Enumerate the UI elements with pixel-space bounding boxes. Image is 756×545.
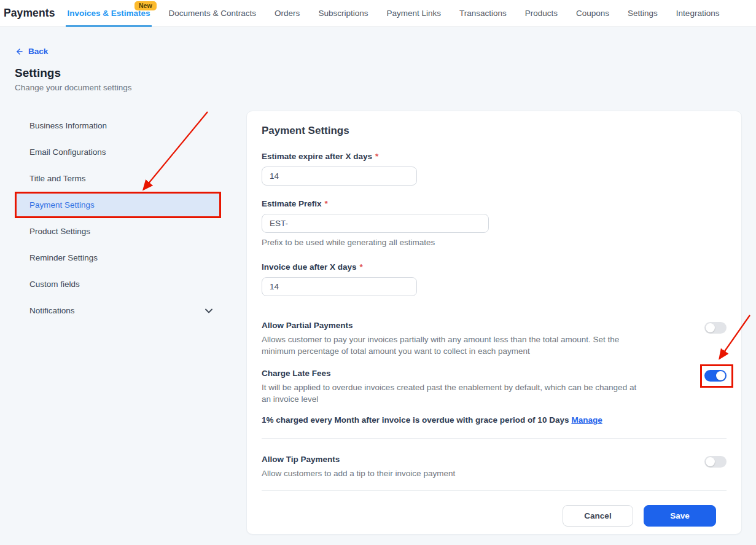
- divider: [262, 438, 727, 439]
- late-fee-summary: 1% charged every Month after invoice is …: [262, 415, 727, 425]
- allow-tip-payments-row: Allow Tip Payments Allow customers to ad…: [262, 455, 727, 479]
- sidebar-item-payment-settings[interactable]: Payment Settings: [15, 192, 221, 218]
- required-asterisk: *: [325, 199, 328, 208]
- nav-tabs: Invoices & Estimates New Documents & Con…: [67, 0, 719, 27]
- field-label: Estimate expire after X days: [262, 152, 372, 161]
- tab-settings[interactable]: Settings: [628, 0, 658, 27]
- estimate-prefix-input[interactable]: [262, 214, 489, 233]
- charge-late-fees-description: It will be applied to overdue invoices c…: [262, 382, 639, 405]
- sidebar-item-custom-fields[interactable]: Custom fields: [15, 271, 221, 297]
- sidebar-item-business-information[interactable]: Business Information: [15, 112, 221, 139]
- tab-orders[interactable]: Orders: [275, 0, 300, 27]
- page-title: Settings: [15, 66, 61, 80]
- field-label: Estimate Prefix: [262, 199, 322, 208]
- estimate-expire-input[interactable]: [262, 167, 417, 186]
- page-subtitle: Change your document settings: [15, 83, 132, 92]
- sidebar-item-reminder-settings[interactable]: Reminder Settings: [15, 245, 221, 271]
- chevron-down-icon: [205, 308, 212, 313]
- charge-late-fees-label: Charge Late Fees: [262, 369, 639, 378]
- charge-late-fees-row: Charge Late Fees It will be applied to o…: [262, 369, 727, 405]
- allow-tip-payments-description: Allow customers to add a tip to their in…: [262, 468, 455, 479]
- sidebar-item-email-configurations[interactable]: Email Configurations: [15, 139, 221, 165]
- allow-partial-payments-toggle[interactable]: [704, 322, 727, 334]
- panel-footer: Cancel Save: [262, 505, 727, 527]
- sidebar-item-notifications[interactable]: Notifications: [15, 297, 221, 324]
- field-invoice-due: Invoice due after X days*: [262, 262, 727, 296]
- tab-integrations[interactable]: Integrations: [676, 0, 720, 27]
- invoice-due-input[interactable]: [262, 277, 417, 296]
- tab-products[interactable]: Products: [525, 0, 558, 27]
- divider: [262, 490, 727, 491]
- payment-settings-panel: Payment Settings Estimate expire after X…: [246, 111, 742, 535]
- tab-subscriptions[interactable]: Subscriptions: [318, 0, 368, 27]
- back-button[interactable]: Back: [15, 47, 48, 56]
- field-estimate-expire: Estimate expire after X days*: [262, 152, 727, 186]
- allow-partial-payments-row: Allow Partial Payments Allows customer t…: [262, 321, 727, 357]
- sidebar-item-product-settings[interactable]: Product Settings: [15, 218, 221, 245]
- allow-partial-payments-label: Allow Partial Payments: [262, 321, 639, 331]
- charge-late-fees-toggle[interactable]: [704, 370, 727, 382]
- allow-tip-payments-label: Allow Tip Payments: [262, 455, 455, 465]
- required-asterisk: *: [360, 262, 363, 272]
- tab-invoices-estimates[interactable]: Invoices & Estimates New: [67, 0, 150, 27]
- app-title: Payments: [4, 7, 55, 20]
- estimate-prefix-helper: Prefix to be used while generating all e…: [262, 238, 727, 248]
- back-arrow-icon: [15, 47, 25, 56]
- panel-title: Payment Settings: [262, 125, 727, 137]
- settings-sidebar: Business Information Email Configuration…: [15, 112, 221, 324]
- tab-documents-contracts[interactable]: Documents & Contracts: [169, 0, 257, 27]
- sidebar-item-title-and-terms[interactable]: Title and Terms: [15, 165, 221, 192]
- allow-partial-payments-description: Allows customer to pay your invoices par…: [262, 334, 639, 357]
- required-asterisk: *: [375, 152, 378, 161]
- field-estimate-prefix: Estimate Prefix* Prefix to be used while…: [262, 199, 727, 248]
- save-button[interactable]: Save: [644, 505, 716, 527]
- field-label: Invoice due after X days: [262, 262, 357, 272]
- tab-payment-links[interactable]: Payment Links: [386, 0, 441, 27]
- cancel-button[interactable]: Cancel: [563, 505, 633, 527]
- tab-transactions[interactable]: Transactions: [459, 0, 507, 27]
- allow-tip-payments-toggle[interactable]: [704, 456, 727, 468]
- manage-link[interactable]: Manage: [571, 415, 602, 425]
- tab-coupons[interactable]: Coupons: [576, 0, 609, 27]
- top-navigation: Payments Invoices & Estimates New Docume…: [0, 0, 756, 27]
- new-badge: New: [134, 1, 157, 10]
